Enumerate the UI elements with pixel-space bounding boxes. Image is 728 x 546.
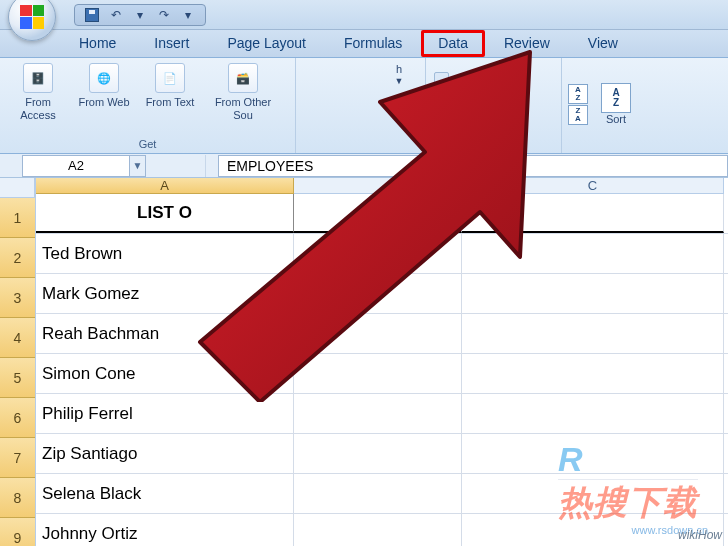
connections-icon [434,72,449,87]
title-bar: ↶ ▾ ↷ ▾ [0,0,728,30]
sort-az-button[interactable]: AZ [568,84,588,104]
qat-customize-dropdown[interactable]: ▾ [179,6,197,24]
cell[interactable] [294,394,462,433]
column-headers: A C [36,178,728,194]
tab-insert[interactable]: Insert [135,29,208,57]
cell[interactable] [462,234,724,273]
cell[interactable] [462,274,724,313]
redo-button[interactable]: ↷ [155,6,173,24]
group-title-sort [568,149,676,151]
table-row[interactable]: Simon Cone [36,354,728,394]
cell[interactable]: Zip Santiago [36,434,294,473]
sort-za-button[interactable]: ZA [568,105,588,125]
sort-label: Sort [606,113,626,126]
undo-dropdown[interactable]: ▾ [131,6,149,24]
refresh-suffix: h [396,63,402,76]
sort-icon: AZ [601,83,631,113]
table-row[interactable]: Ted Brown [36,234,728,274]
from-access-label: From Access [8,96,68,121]
cell[interactable] [462,194,724,233]
cell[interactable] [462,314,724,353]
row-header[interactable]: 6 [0,398,35,438]
from-web-button[interactable]: 🌐 From Web [72,60,136,137]
row-header[interactable]: 1 [0,198,35,238]
office-logo-icon [20,5,44,29]
cell[interactable] [294,234,462,273]
connections-button[interactable]: Connections [432,71,555,88]
from-web-label: From Web [78,96,129,109]
group-sort: AZ ZA AZ Sort [562,58,682,153]
from-access-button[interactable]: 🗄️ From Access [6,60,70,137]
table-row[interactable]: Mark Gomez [36,274,728,314]
tab-home[interactable]: Home [60,29,135,57]
from-other-label: From Other Sou [206,96,280,121]
from-text-button[interactable]: 📄 From Text [138,60,202,137]
sort-button[interactable]: AZ Sort [594,80,638,129]
cell[interactable]: LIST O [36,194,294,233]
table-row[interactable]: Reah Bachman [36,314,728,354]
properties-button: Properties [432,90,555,107]
row-header[interactable]: 9 [0,518,35,546]
group-get-external-data: 🗄️ From Access 🌐 From Web 📄 From Text 🗃️… [0,58,296,153]
table-row[interactable]: LIST O [36,194,728,234]
cell[interactable] [462,354,724,393]
ribbon: 🗄️ From Access 🌐 From Web 📄 From Text 🗃️… [0,58,728,154]
quick-access-toolbar: ↶ ▾ ↷ ▾ [74,4,206,26]
other-sources-icon: 🗃️ [228,63,258,93]
table-row[interactable]: Philip Ferrel [36,394,728,434]
cell[interactable]: Johnny Ortiz [36,514,294,546]
column-header-b[interactable] [294,178,462,194]
from-other-sources-button[interactable]: 🗃️ From Other Sou [204,60,282,137]
tab-review[interactable]: Review [485,29,569,57]
cell[interactable] [294,274,462,313]
column-header-c[interactable]: C [462,178,724,194]
undo-button[interactable]: ↶ [107,6,125,24]
row-headers: 1 2 3 4 5 6 7 8 9 [0,178,36,546]
formula-bar-row: A2 ▼ EMPLOYEES [0,154,728,178]
row-header[interactable]: 3 [0,278,35,318]
cell[interactable] [294,314,462,353]
sort-small-buttons: AZ ZA [568,84,588,125]
name-box-dropdown[interactable]: ▼ [130,155,146,177]
cell[interactable]: Simon Cone [36,354,294,393]
cell[interactable] [294,354,462,393]
cell[interactable]: Mark Gomez [36,274,294,313]
cell[interactable]: Selena Black [36,474,294,513]
text-icon: 📄 [155,63,185,93]
edit-links-label: Edit Links [453,111,505,125]
edit-links-button: Edit Links [432,109,555,126]
tab-page-layout[interactable]: Page Layout [208,29,325,57]
formula-bar[interactable]: EMPLOYEES [218,155,728,177]
cell[interactable] [294,474,462,513]
row-header[interactable]: 4 [0,318,35,358]
tab-data[interactable]: Data [421,30,485,57]
cell[interactable]: Ted Brown [36,234,294,273]
row-header[interactable]: 7 [0,438,35,478]
ribbon-tabs: Home Insert Page Layout Formulas Data Re… [0,30,728,58]
row-header[interactable]: 5 [0,358,35,398]
cell[interactable]: Reah Bachman [36,314,294,353]
web-icon: 🌐 [89,63,119,93]
chevron-down-icon: ▼ [395,76,404,86]
fx-button-area[interactable] [146,155,206,177]
connections-label: Connections [453,73,520,87]
save-button[interactable] [83,6,101,24]
cell[interactable]: Philip Ferrel [36,394,294,433]
refresh-all-button[interactable]: h ▼ [379,60,419,89]
group-title-blank1 [302,149,419,151]
cell[interactable] [462,394,724,433]
column-header-a[interactable]: A [36,178,294,194]
cell[interactable] [294,514,462,546]
name-box[interactable]: A2 [22,155,130,177]
group-title-get: Get [6,137,289,151]
tab-formulas[interactable]: Formulas [325,29,421,57]
row-header[interactable]: 8 [0,478,35,518]
select-all-corner[interactable] [0,178,35,198]
tab-view[interactable]: View [569,29,637,57]
row-header[interactable]: 2 [0,238,35,278]
group-refresh-partial: h ▼ [296,58,426,153]
from-text-label: From Text [146,96,195,109]
cell[interactable] [294,194,462,233]
properties-icon [434,91,449,106]
cell[interactable] [294,434,462,473]
